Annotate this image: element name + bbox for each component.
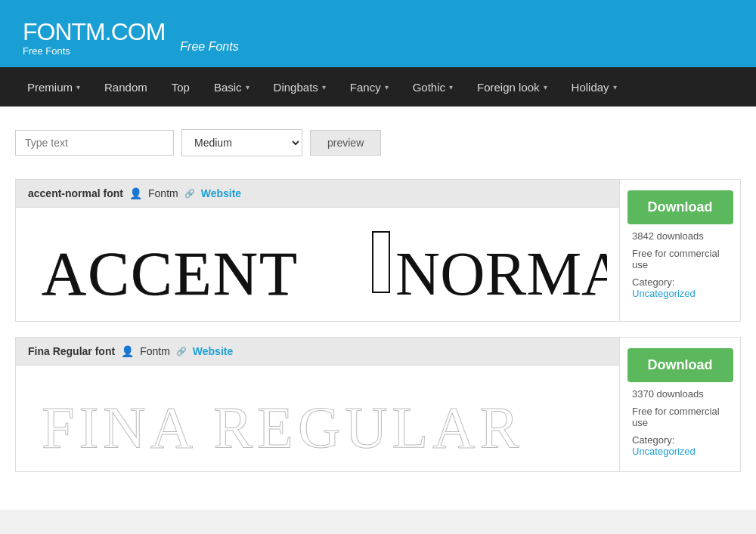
downloads-count: 3370 downloads	[632, 388, 704, 400]
font-preview-area: .fp { font-family: serif; font-size: 80p…	[16, 208, 619, 321]
nav-item-basic[interactable]: Basic ▾	[202, 67, 262, 106]
nav-label-premium: Premium	[27, 81, 73, 94]
nav-item-gothic[interactable]: Gothic ▾	[401, 67, 465, 106]
font-preview-svg: .fp { font-family: serif; font-size: 80p…	[28, 223, 607, 306]
category-row: Category: Uncategorized	[632, 276, 728, 299]
nav-label-fancy: Fancy	[350, 81, 381, 94]
svg-text:NORMAL: NORMAL	[395, 239, 607, 306]
nav-item-holiday[interactable]: Holiday ▾	[559, 67, 629, 106]
external-link-icon: 🔗	[176, 347, 187, 357]
font-source: Fontm	[148, 187, 178, 199]
chevron-down-icon: ▾	[613, 83, 617, 91]
font-card-actions: Download 3370 downloads Free for commerc…	[619, 338, 740, 471]
svg-text:ACCENT: ACCENT	[42, 239, 299, 306]
font-preview-area: FINA REGULAR	[16, 366, 619, 471]
person-icon: 👤	[129, 187, 142, 199]
font-card-header: Fina Regular font 👤 Fontm 🔗 Website	[16, 338, 619, 366]
nav-label-random: Random	[104, 81, 147, 94]
logo-area: FONTM.COM Free Fonts	[23, 14, 165, 57]
site-header: FONTM.COM Free Fonts Free Fonts	[0, 0, 756, 67]
nav-label-gothic: Gothic	[413, 81, 445, 94]
font-card-content: accent-normal font 👤 Fontm 🔗 Website .fp…	[16, 180, 619, 321]
chevron-down-icon: ▾	[246, 83, 249, 91]
main-content: Small Medium Large X-Large preview accen…	[0, 106, 756, 510]
chevron-down-icon: ▾	[544, 83, 547, 91]
font-website-link[interactable]: Website	[201, 187, 241, 199]
logo-text: FONTM	[23, 18, 105, 45]
nav-item-foreign-look[interactable]: Foreign look ▾	[465, 67, 559, 106]
svg-text:FINA REGULAR: FINA REGULAR	[42, 394, 524, 456]
main-nav: Premium ▾ Random Top Basic ▾ Dingbats ▾ …	[0, 67, 756, 106]
nav-label-dingbats: Dingbats	[274, 81, 318, 94]
font-card-fina-regular: Fina Regular font 👤 Fontm 🔗 Website FINA…	[15, 337, 741, 472]
size-select[interactable]: Small Medium Large X-Large	[181, 129, 302, 156]
chevron-down-icon: ▾	[449, 83, 453, 91]
external-link-icon: 🔗	[184, 189, 195, 199]
nav-item-premium[interactable]: Premium ▾	[15, 67, 92, 106]
nav-item-top[interactable]: Top	[160, 67, 202, 106]
font-name: accent-normal font	[28, 187, 123, 199]
nav-label-holiday: Holiday	[572, 81, 609, 94]
category-row: Category: Uncategorized	[632, 434, 728, 457]
font-source: Fontm	[140, 345, 170, 357]
site-logo: FONTM.COM	[23, 14, 165, 45]
category-link[interactable]: Uncategorized	[632, 288, 696, 299]
svg-rect-1	[373, 232, 389, 292]
nav-item-fancy[interactable]: Fancy ▾	[338, 67, 401, 106]
font-website-link[interactable]: Website	[193, 345, 233, 357]
download-button-fina[interactable]: Download	[627, 348, 733, 382]
nav-label-basic: Basic	[214, 81, 242, 94]
nav-item-random[interactable]: Random	[92, 67, 160, 106]
nav-label-foreign-look: Foreign look	[477, 81, 540, 94]
download-button-accent[interactable]: Download	[627, 190, 733, 224]
font-card-row: accent-normal font 👤 Fontm 🔗 Website .fp…	[16, 180, 740, 321]
logo-ext: .COM	[105, 18, 166, 45]
font-card-content: Fina Regular font 👤 Fontm 🔗 Website FINA…	[16, 338, 619, 471]
font-card-row: Fina Regular font 👤 Fontm 🔗 Website FINA…	[16, 338, 740, 471]
chevron-down-icon: ▾	[385, 83, 389, 91]
font-card-actions: Download 3842 downloads Free for commerc…	[619, 180, 740, 321]
header-subtitle: Free Fonts	[23, 45, 70, 57]
font-card-accent-normal: accent-normal font 👤 Fontm 🔗 Website .fp…	[15, 179, 741, 322]
free-commercial-label: Free for commercial use	[632, 406, 728, 428]
preview-controls: Small Medium Large X-Large preview	[15, 129, 741, 156]
free-commercial-label: Free for commercial use	[632, 248, 728, 270]
font-card-header: accent-normal font 👤 Fontm 🔗 Website	[16, 180, 619, 208]
header-tagline: Free Fonts	[180, 40, 238, 54]
chevron-down-icon: ▾	[76, 83, 80, 91]
nav-label-top: Top	[172, 81, 190, 94]
font-name: Fina Regular font	[28, 345, 115, 357]
nav-item-dingbats[interactable]: Dingbats ▾	[262, 67, 338, 106]
preview-text-input[interactable]	[15, 130, 174, 156]
person-icon: 👤	[121, 345, 134, 357]
downloads-count: 3842 downloads	[632, 230, 704, 242]
font-preview-svg: FINA REGULAR	[28, 381, 607, 456]
preview-button[interactable]: preview	[310, 130, 381, 156]
chevron-down-icon: ▾	[322, 83, 326, 91]
category-link[interactable]: Uncategorized	[632, 446, 696, 457]
